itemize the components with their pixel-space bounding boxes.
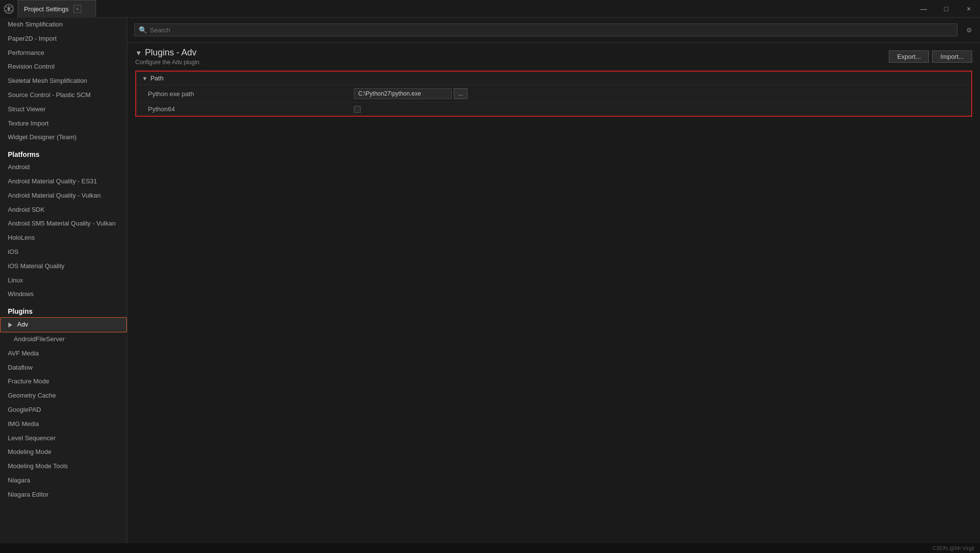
search-input[interactable] — [150, 26, 953, 34]
adv-expand-arrow — [8, 323, 12, 327]
sidebar-item-dataflow[interactable]: Dataflow — [0, 361, 127, 375]
sidebar-item-linux[interactable]: Linux — [0, 274, 127, 288]
sidebar-item-android-material-quality-es31[interactable]: Android Material Quality - ES31 — [0, 175, 127, 189]
python-exe-path-value: ... — [354, 88, 467, 99]
sidebar-item-paper2d-import[interactable]: Paper2D - Import — [0, 32, 127, 46]
tab-title: Project Settings — [24, 5, 69, 13]
python64-checkbox[interactable] — [354, 106, 361, 113]
sidebar-item-skeletal-mesh-simplification[interactable]: Skeletal Mesh Simplification — [0, 74, 127, 88]
sidebar-item-ios-material-quality[interactable]: iOS Material Quality — [0, 259, 127, 274]
sidebar-item-struct-viewer[interactable]: Struct Viewer — [0, 102, 127, 117]
sidebar-item-hololens[interactable]: HoloLens — [0, 231, 127, 245]
export-button[interactable]: Export... — [889, 50, 929, 63]
plugin-title: ▼ Plugins - Adv — [135, 48, 201, 58]
python64-label: Python64 — [148, 105, 354, 113]
python64-row: Python64 — [136, 102, 971, 116]
svg-point-1 — [7, 7, 10, 10]
sidebar-item-android-sdk[interactable]: Android SDK — [0, 203, 127, 217]
settings-section-title: ▼ Path — [136, 72, 971, 85]
titlebar: Project Settings × — □ × — [0, 0, 980, 18]
sidebar-item-widget-designer-team[interactable]: Widget Designer (Team) — [0, 130, 127, 145]
main-layout: Mesh Simplification Paper2D - Import Per… — [0, 18, 980, 553]
plugin-title-arrow[interactable]: ▼ — [135, 49, 142, 57]
python-exe-path-browse-button[interactable]: ... — [454, 88, 467, 99]
minimize-button[interactable]: — — [912, 0, 935, 18]
sidebar-item-android-file-server[interactable]: AndroidFileServer — [0, 332, 127, 347]
python-exe-path-label: Python exe path — [148, 90, 354, 98]
sidebar-item-revision-control[interactable]: Revision Control — [0, 60, 127, 74]
plugin-subtitle: Configure the Adv plugin. — [135, 59, 201, 66]
sidebar-item-adv[interactable]: Adv — [0, 317, 127, 332]
sidebar: Mesh Simplification Paper2D - Import Per… — [0, 18, 127, 553]
sidebar-item-googlepad[interactable]: GooglePAD — [0, 403, 127, 417]
plugin-title-area: ▼ Plugins - Adv Configure the Adv plugin… — [135, 48, 201, 66]
plugin-title-text: Plugins - Adv — [145, 48, 196, 58]
section-title-text: Path — [150, 75, 164, 82]
sidebar-item-img-media[interactable]: IMG Media — [0, 417, 127, 431]
sidebar-item-android[interactable]: Android — [0, 160, 127, 175]
python64-value — [354, 106, 361, 113]
plugin-content: ▼ Plugins - Adv Configure the Adv plugin… — [127, 43, 980, 553]
section-title-arrow[interactable]: ▼ — [142, 75, 147, 81]
python-exe-path-row: Python exe path ... — [136, 85, 971, 102]
sidebar-item-android-material-quality-vulkan[interactable]: Android Material Quality - Vulkan — [0, 189, 127, 203]
sidebar-item-mesh-simplification[interactable]: Mesh Simplification — [0, 18, 127, 32]
sidebar-item-niagara-editor[interactable]: Niagara Editor — [0, 488, 127, 502]
sidebar-item-windows[interactable]: Windows — [0, 287, 127, 302]
sidebar-item-android-sm5-material-quality-vulkan[interactable]: Android SM5 Material Quality - Vulkan — [0, 217, 127, 231]
search-icon: 🔍 — [139, 26, 147, 34]
platforms-section-header: Platforms — [0, 145, 127, 160]
search-container[interactable]: 🔍 — [134, 24, 957, 36]
sidebar-item-modeling-mode[interactable]: Modeling Mode — [0, 445, 127, 459]
import-button[interactable]: Import... — [932, 50, 972, 63]
plugin-actions: Export... Import... — [889, 50, 972, 63]
footer: CSDN @Mr.Virgil — [0, 543, 980, 553]
footer-text: CSDN @Mr.Virgil — [932, 545, 974, 551]
window-controls: — □ × — [912, 0, 980, 18]
tab-close-button[interactable]: × — [74, 5, 81, 13]
sidebar-item-texture-import[interactable]: Texture Import — [0, 117, 127, 131]
plugins-section-header: Plugins — [0, 302, 127, 317]
sidebar-item-ios[interactable]: iOS — [0, 245, 127, 259]
sidebar-item-niagara[interactable]: Niagara — [0, 474, 127, 488]
sidebar-item-level-sequencer[interactable]: Level Sequencer — [0, 431, 127, 446]
close-button[interactable]: × — [957, 0, 980, 18]
project-settings-tab[interactable]: Project Settings × — [18, 0, 96, 18]
sidebar-item-fracture-mode[interactable]: Fracture Mode — [0, 375, 127, 389]
plugin-header: ▼ Plugins - Adv Configure the Adv plugin… — [135, 48, 972, 66]
python-exe-path-input[interactable] — [354, 88, 452, 99]
maximize-button[interactable]: □ — [935, 0, 957, 18]
app-logo — [0, 0, 18, 18]
sidebar-item-avf-media[interactable]: AVF Media — [0, 347, 127, 361]
sidebar-item-source-control-plastic-scm[interactable]: Source Control - Plastic SCM — [0, 88, 127, 102]
sidebar-item-modeling-mode-tools[interactable]: Modeling Mode Tools — [0, 459, 127, 474]
search-bar: 🔍 ⚙ — [127, 18, 980, 43]
sidebar-item-geometry-cache[interactable]: Geometry Cache — [0, 389, 127, 403]
content-area: 🔍 ⚙ ▼ Plugins - Adv Configure the Adv pl… — [127, 18, 980, 553]
settings-box: ▼ Path Python exe path ... Python64 — [135, 71, 972, 117]
sidebar-item-performance[interactable]: Performance — [0, 46, 127, 60]
search-settings-button[interactable]: ⚙ — [963, 24, 975, 36]
